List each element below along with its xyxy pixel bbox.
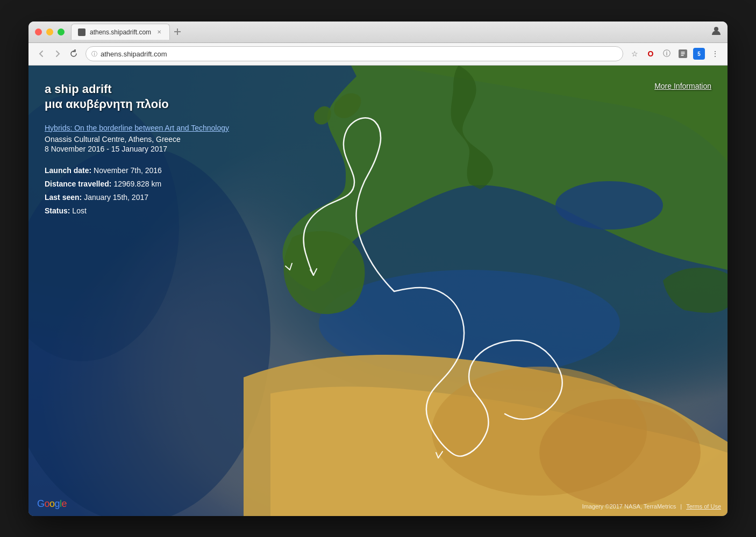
share-icon[interactable] xyxy=(677,48,689,60)
back-button[interactable] xyxy=(35,47,48,60)
exhibition-dates: 8 November 2016 - 15 January 2017 xyxy=(45,145,229,153)
tab-bar: athens.shipadrift.com ✕ xyxy=(71,24,711,40)
distance-value: 12969.828 km xyxy=(113,180,161,188)
toolbar-icons: ☆ O ⓘ 5 ⋮ xyxy=(629,48,721,60)
new-tab-button[interactable] xyxy=(170,24,185,39)
more-info-link[interactable]: More Information xyxy=(654,82,711,90)
extension-icon[interactable]: 5 xyxy=(693,48,705,60)
close-button[interactable] xyxy=(35,28,42,35)
traffic-lights xyxy=(35,28,65,35)
active-tab[interactable]: athens.shipadrift.com ✕ xyxy=(71,24,170,40)
minimize-button[interactable] xyxy=(46,28,53,35)
imagery-credit: Imagery ©2017 NASA, TerraMetrics xyxy=(582,503,676,510)
menu-icon[interactable]: ⋮ xyxy=(709,48,721,60)
svg-point-3 xyxy=(714,27,718,31)
launch-date-label: Launch date: xyxy=(45,166,91,175)
stats-panel: Launch date: November 7th, 2016 Distance… xyxy=(45,164,229,218)
launch-date-row: Launch date: November 7th, 2016 xyxy=(45,164,229,177)
tab-label: athens.shipadrift.com xyxy=(90,28,151,36)
exhibition-link[interactable]: Hybrids: On the borderline between Art a… xyxy=(45,123,229,133)
browser-window: athens.shipadrift.com ✕ xyxy=(28,22,728,516)
status-label: Status: xyxy=(45,206,70,215)
status-value: Lost xyxy=(72,206,86,215)
map-container[interactable]: a ship adrift μια ακυβέρνητη πλοίο Hybri… xyxy=(28,66,728,516)
info-icon[interactable]: ⓘ xyxy=(661,48,673,60)
last-seen-row: Last seen: January 15th, 2017 xyxy=(45,191,229,204)
nav-buttons xyxy=(35,47,80,60)
opera-icon[interactable]: O xyxy=(645,48,657,60)
title-english: a ship adrift xyxy=(45,82,112,96)
title-greek: μια ακυβέρνητη πλοίο xyxy=(45,97,169,111)
maximize-button[interactable] xyxy=(58,28,65,35)
svg-point-0 xyxy=(79,29,85,35)
more-info-text: More Information xyxy=(654,82,711,90)
svg-point-10 xyxy=(539,399,701,506)
forward-button[interactable] xyxy=(51,47,64,60)
google-watermark: Google xyxy=(37,498,67,510)
terms-link[interactable]: Terms of Use xyxy=(686,503,721,510)
distance-label: Distance travelled: xyxy=(45,180,112,188)
profile-icon[interactable] xyxy=(711,26,721,38)
address-bar: ⓘ athens.shipadrift.com ☆ O ⓘ 5 ⋮ xyxy=(28,43,728,66)
google-text: Google xyxy=(37,498,67,510)
svg-rect-2 xyxy=(174,31,181,32)
page-title: a ship adrift μια ακυβέρνητη πλοίο xyxy=(45,82,229,112)
exhibition-link-text[interactable]: Hybrids: On the borderline between Art a… xyxy=(45,124,229,132)
distance-row: Distance travelled: 12969.828 km xyxy=(45,177,229,191)
launch-date-value: November 7th, 2016 xyxy=(94,166,162,175)
refresh-button[interactable] xyxy=(67,47,80,60)
url-text: athens.shipadrift.com xyxy=(101,50,167,58)
title-bar: athens.shipadrift.com ✕ xyxy=(28,22,728,43)
security-icon: ⓘ xyxy=(91,50,97,58)
tab-favicon xyxy=(78,28,85,36)
exhibition-location: Onassis Cultural Centre, Athens, Greece xyxy=(45,135,229,144)
status-row: Status: Lost xyxy=(45,204,229,218)
svg-point-11 xyxy=(555,181,663,230)
url-bar[interactable]: ⓘ athens.shipadrift.com xyxy=(85,46,623,61)
map-attribution: Imagery ©2017 NASA, TerraMetrics | Terms… xyxy=(582,503,721,510)
last-seen-value: January 15th, 2017 xyxy=(84,193,148,202)
tab-close-button[interactable]: ✕ xyxy=(155,28,163,36)
info-panel: a ship adrift μια ακυβέρνητη πλοίο Hybri… xyxy=(45,82,229,218)
last-seen-label: Last seen: xyxy=(45,193,82,202)
bookmark-star-icon[interactable]: ☆ xyxy=(629,48,640,60)
